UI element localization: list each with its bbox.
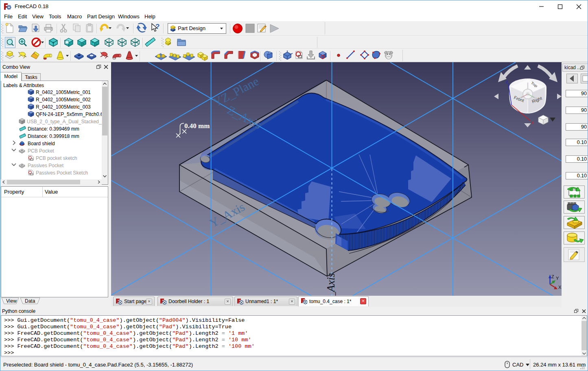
svg-text:?: ? bbox=[155, 23, 160, 31]
svg-text:Passives Pocket: Passives Pocket bbox=[28, 163, 64, 168]
svg-text:X: X bbox=[558, 285, 562, 290]
svg-text:PCB pocket sketch: PCB pocket sketch bbox=[36, 155, 77, 161]
svg-text:Passives Pocket Sketch: Passives Pocket Sketch bbox=[36, 170, 88, 176]
svg-text:Z: Z bbox=[551, 274, 554, 279]
svg-text:Distance: 0.399469 mm: Distance: 0.399469 mm bbox=[28, 126, 79, 132]
svg-text:R_0402_1005Metric_002: R_0402_1005Metric_002 bbox=[36, 97, 91, 103]
svg-text:Distance: 0.399918 mm: Distance: 0.399918 mm bbox=[28, 133, 79, 139]
svg-text:Board shield: Board shield bbox=[28, 141, 55, 146]
svg-text:Data: Data bbox=[25, 298, 35, 304]
svg-text:Part Design: Part Design bbox=[178, 25, 205, 31]
svg-text:z: z bbox=[506, 80, 508, 84]
svg-text:0.40 mm: 0.40 mm bbox=[184, 122, 210, 130]
svg-text:PCB Pocket: PCB Pocket bbox=[28, 148, 54, 154]
svg-text:QFN-24-1EP_5x5mm_Pitch0.65: QFN-24-1EP_5x5mm_Pitch0.65 bbox=[36, 111, 102, 117]
svg-text:Y: Y bbox=[556, 276, 559, 281]
svg-text:_Axis: _Axis bbox=[325, 273, 337, 296]
svg-text:R_0402_1005Metric_001: R_0402_1005Metric_001 bbox=[36, 89, 91, 95]
svg-text:R_0402_1005Metric_003: R_0402_1005Metric_003 bbox=[36, 104, 91, 110]
svg-text:x: x bbox=[531, 120, 534, 125]
svg-text:View: View bbox=[6, 298, 17, 304]
svg-text:USB_2_0_type_A_Dual_Stacked_ja: USB_2_0_type_A_Dual_Stacked_jac bbox=[27, 119, 102, 124]
